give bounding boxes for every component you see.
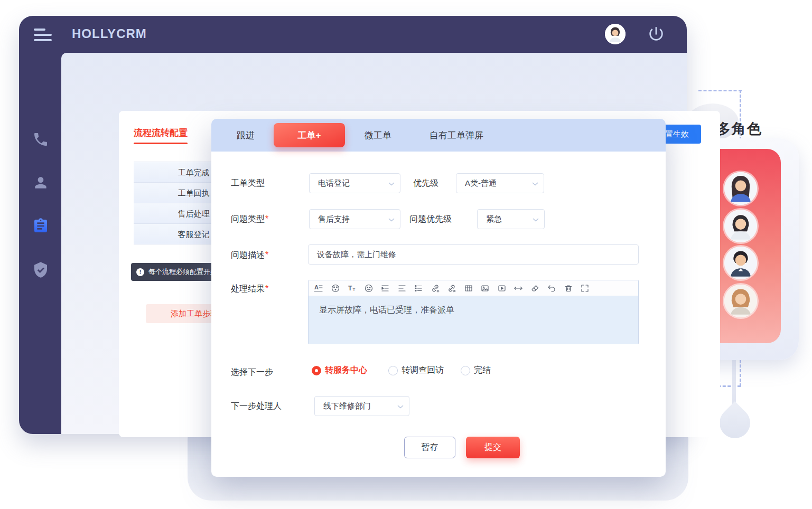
palette-icon[interactable] xyxy=(331,284,340,293)
person-icon[interactable] xyxy=(32,174,49,191)
hamburger-icon[interactable] xyxy=(34,29,52,44)
tab-own-ticket-popup[interactable]: 自有工单弹屏 xyxy=(430,129,483,142)
next-handler-label: 下一步处理人 xyxy=(231,401,282,412)
ticket-type-label: 工单类型 xyxy=(231,178,265,189)
woman-short-hair-avatar xyxy=(724,285,757,317)
table-icon[interactable] xyxy=(464,284,473,293)
page: 多角色 HOLLYCRM xyxy=(0,0,812,509)
svg-text:T: T xyxy=(353,287,356,291)
app-title: HOLLYCRM xyxy=(72,26,147,41)
tab-micro-ticket[interactable]: 微工单 xyxy=(365,129,391,142)
headset-agent-avatar xyxy=(724,210,757,242)
emoji-icon[interactable] xyxy=(364,284,374,293)
ticket-modal: 跟进 工单+ 微工单 自有工单弹屏 工单类型 电话登记 优先级 A类-普通 问题… xyxy=(211,119,666,477)
bullet-list-icon[interactable] xyxy=(414,284,423,293)
save-draft-button[interactable]: 暂存 xyxy=(404,437,455,458)
chevron-down-icon xyxy=(533,215,539,224)
shield-check-icon[interactable] xyxy=(32,261,49,278)
unlink-icon[interactable] xyxy=(447,284,456,293)
multi-role-label: 多角色 xyxy=(716,119,762,138)
radio-dot xyxy=(312,366,321,375)
text-size-icon[interactable]: TT xyxy=(347,284,357,293)
issue-desc-label: 问题描述* xyxy=(231,250,268,261)
radio-dot xyxy=(388,366,398,375)
priority-label: 优先级 xyxy=(413,178,438,189)
user-avatar[interactable] xyxy=(605,24,626,44)
undo-icon[interactable] xyxy=(547,284,556,293)
rich-text-editor: A TT 显示屏故障，电话已受理，准备派单 xyxy=(308,280,639,344)
image-icon[interactable] xyxy=(480,284,490,293)
video-icon[interactable] xyxy=(497,284,507,293)
indent-icon[interactable] xyxy=(380,284,390,293)
chevron-down-icon xyxy=(397,402,404,411)
next-handler-select[interactable]: 线下维修部门 xyxy=(314,396,409,416)
next-step-radio-group: 转服务中心 转调查回访 完结 xyxy=(312,365,491,376)
chevron-down-icon xyxy=(532,179,538,188)
issue-type-label: 问题类型* xyxy=(231,214,268,225)
trash-icon[interactable] xyxy=(564,284,573,293)
man-avatar xyxy=(724,247,757,279)
eraser-icon[interactable] xyxy=(530,284,540,293)
link-icon[interactable] xyxy=(431,284,440,293)
editor-toolbar: A TT xyxy=(309,280,638,296)
clipboard-icon[interactable] xyxy=(32,218,49,234)
result-label: 处理结果* xyxy=(231,284,268,295)
modal-tabs: 跟进 工单+ 微工单 自有工单弹屏 xyxy=(211,119,666,152)
tab-follow-up[interactable]: 跟进 xyxy=(237,129,255,142)
woman-avatar xyxy=(724,172,757,205)
radio-dot xyxy=(461,366,470,375)
issue-priority-select[interactable]: 紧急 xyxy=(477,209,545,229)
chevron-down-icon xyxy=(388,215,395,224)
radio-finish[interactable]: 完结 xyxy=(461,365,491,376)
result-textarea[interactable]: 显示屏故障，电话已受理，准备派单 xyxy=(309,296,638,344)
submit-button[interactable]: 提交 xyxy=(466,437,520,458)
radio-survey-callback[interactable]: 转调查回访 xyxy=(388,365,444,376)
radio-service-center[interactable]: 转服务中心 xyxy=(312,365,367,376)
next-step-label: 选择下一步 xyxy=(231,367,273,378)
ticket-type-select[interactable]: 电话登记 xyxy=(309,173,400,193)
svg-text:A: A xyxy=(314,284,319,290)
issue-priority-label: 问题优先级 xyxy=(409,214,452,225)
chevron-down-icon xyxy=(388,179,395,188)
top-bar: HOLLYCRM xyxy=(19,16,687,53)
font-style-icon[interactable]: A xyxy=(314,284,323,293)
issue-type-select[interactable]: 售后支持 xyxy=(309,209,400,229)
phone-icon[interactable] xyxy=(32,131,49,148)
dashed-line-top xyxy=(698,90,742,91)
exclamation-icon: ! xyxy=(136,268,144,276)
align-left-icon[interactable] xyxy=(397,284,407,293)
fullscreen-icon[interactable] xyxy=(580,284,590,293)
priority-select[interactable]: A类-普通 xyxy=(456,173,544,193)
divider-icon[interactable] xyxy=(514,284,523,293)
power-icon[interactable] xyxy=(647,25,665,43)
svg-text:T: T xyxy=(348,285,352,292)
tab-flow-config[interactable]: 流程流转配置 xyxy=(134,127,188,139)
tab-ticket-plus[interactable]: 工单+ xyxy=(274,123,345,147)
issue-desc-input[interactable]: 设备故障，需上门维修 xyxy=(308,244,639,265)
